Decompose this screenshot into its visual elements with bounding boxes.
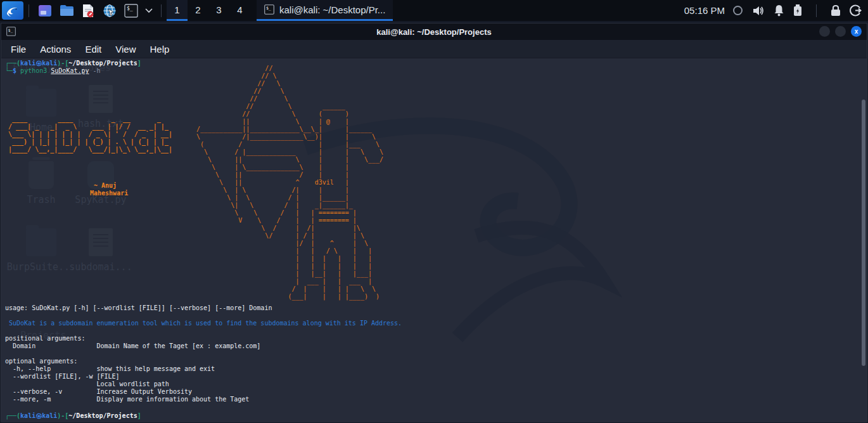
panel-separator: [816, 4, 817, 17]
notifications-bell-icon[interactable]: [774, 4, 784, 16]
document-icon: [89, 228, 113, 256]
kali-menu-button[interactable]: [2, 1, 23, 20]
terminal-icon: $_: [124, 4, 138, 18]
terminal-body[interactable]: File System Notes Home hash.txt Trash Sp…: [1, 58, 867, 422]
arguments-help-block: positional arguments: Domain Domain Name…: [5, 335, 260, 403]
ascii-archer-art: // // \ // \ // \ // \ // \ ______ // \ …: [196, 65, 383, 301]
workspace-1[interactable]: 1: [167, 0, 188, 21]
desktop-icon-subdomai: subdomai...: [66, 228, 136, 273]
terminal-launcher-button[interactable]: $_: [122, 2, 141, 20]
top-panel: $_ 1 2 3 4 $_ kali@kali: ~/Desktop/Pr...…: [0, 0, 868, 21]
desktop-screen: $_ 1 2 3 4 $_ kali@kali: ~/Desktop/Pr...…: [0, 0, 868, 423]
svg-text:$_: $_: [8, 28, 13, 33]
terminal-window: $_ kali@kali: ~/Desktop/Projects x File …: [1, 23, 867, 422]
volume-icon[interactable]: [752, 5, 765, 16]
tool-description-line: SuDoKat is a subdomain enumeration tool …: [5, 320, 402, 327]
menu-actions[interactable]: Actions: [33, 44, 78, 55]
logout-icon[interactable]: [850, 4, 862, 16]
menu-file[interactable]: File: [4, 44, 33, 55]
launcher-dropdown-button[interactable]: [143, 2, 155, 20]
menu-edit[interactable]: Edit: [78, 44, 108, 55]
text-editor-button[interactable]: [79, 2, 98, 20]
window-buttons: x: [819, 26, 862, 37]
minimize-button[interactable]: [819, 26, 830, 37]
workspace-switcher: 1 2 3 4: [167, 0, 250, 21]
window-titlebar[interactable]: $_ kali@kali: ~/Desktop/Projects x: [1, 23, 867, 40]
workspace-4[interactable]: 4: [229, 0, 250, 21]
maximize-button[interactable]: [835, 26, 846, 37]
file-manager-button[interactable]: [57, 2, 76, 20]
folder-icon: [26, 89, 56, 117]
shell-prompt-trailing: ┌──(kali㉿kali)-[~/Desktop/Projects]: [5, 412, 141, 420]
menu-bar: File Actions Edit View Help: [1, 40, 867, 58]
battery-icon[interactable]: [793, 4, 802, 16]
taskbar-window-button[interactable]: $_ kali@kali: ~/Desktop/Pr...: [257, 0, 393, 21]
desktop-icon: [38, 4, 52, 17]
desktop-icon-burpsuite: BurpSuite...: [6, 228, 76, 273]
svg-text:$_: $_: [127, 6, 133, 11]
show-desktop-button[interactable]: [35, 2, 54, 20]
globe-icon: [103, 4, 117, 18]
lock-icon[interactable]: [831, 4, 841, 16]
clock[interactable]: 05:16 PM: [684, 5, 725, 16]
menu-help[interactable]: Help: [143, 44, 176, 55]
document-icon: [89, 85, 113, 113]
system-tray: [732, 4, 862, 17]
panel-separator: [29, 4, 29, 17]
folder-icon: [60, 4, 74, 16]
panel-separator: [161, 4, 162, 17]
desktop-icon-trash: Trash: [6, 161, 76, 205]
workspace-2[interactable]: 2: [188, 0, 208, 21]
terminal-icon: $_: [264, 4, 274, 15]
svg-text:$_: $_: [266, 6, 271, 11]
menu-view[interactable]: View: [108, 44, 143, 55]
usage-line: usage: SuDoKat.py [-h] [--wordlist [FILE…: [5, 304, 272, 312]
kali-dragon-icon: [6, 4, 20, 17]
close-button[interactable]: x: [851, 26, 862, 37]
chevron-down-icon: [145, 8, 153, 13]
document-edit-icon: [82, 4, 94, 18]
ascii-sudokat-logo: ____ ____ _ __ _ / ___| _ _| _ \ ___ | |…: [4, 115, 172, 153]
banner-author-credit: ~ Anuj Maheshwari: [90, 182, 128, 197]
window-title: kali@kali: ~/Desktop/Projects: [1, 27, 867, 37]
folder-icon: [26, 228, 56, 256]
browser-button[interactable]: [100, 2, 119, 20]
window-terminal-icon: $_: [6, 27, 16, 36]
taskbar-window-title: kali@kali: ~/Desktop/Pr...: [279, 4, 385, 15]
ring-icon[interactable]: [732, 5, 743, 16]
terminal-scrollbar-thumb[interactable]: [862, 100, 865, 366]
workspace-3[interactable]: 3: [208, 0, 229, 21]
trash-icon: [29, 161, 54, 189]
shell-prompt-block: ┌──(kali㉿kali)-[~/Desktop/Projects] └─$ …: [5, 60, 141, 75]
